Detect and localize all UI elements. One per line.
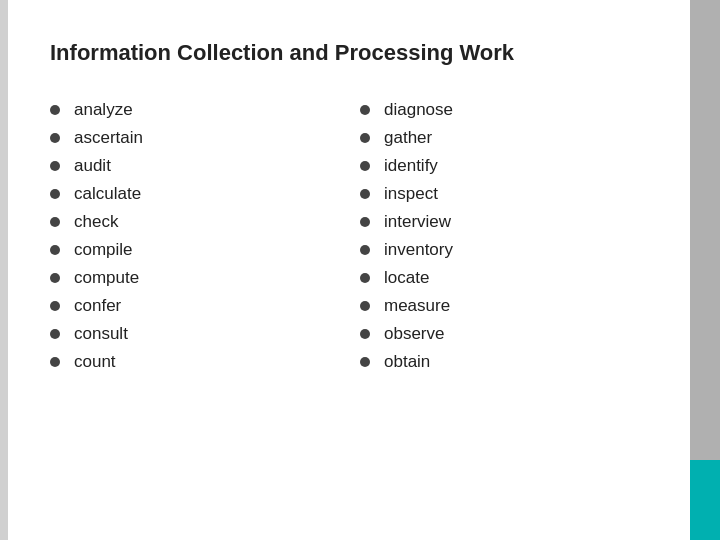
item-label: measure bbox=[384, 296, 450, 316]
list-item: inspect bbox=[360, 180, 670, 208]
item-label: identify bbox=[384, 156, 438, 176]
bullet-icon bbox=[50, 245, 60, 255]
right-column: diagnose gather identify inspect intervi… bbox=[360, 96, 670, 376]
item-label: compute bbox=[74, 268, 139, 288]
bullet-icon bbox=[360, 245, 370, 255]
list-item: analyze bbox=[50, 96, 360, 124]
bullet-icon bbox=[360, 161, 370, 171]
list-item: obtain bbox=[360, 348, 670, 376]
list-item: confer bbox=[50, 292, 360, 320]
item-label: confer bbox=[74, 296, 121, 316]
item-label: gather bbox=[384, 128, 432, 148]
list-item: consult bbox=[50, 320, 360, 348]
item-label: inventory bbox=[384, 240, 453, 260]
bullet-icon bbox=[50, 273, 60, 283]
list-item: observe bbox=[360, 320, 670, 348]
item-label: audit bbox=[74, 156, 111, 176]
right-decoration bbox=[690, 0, 720, 540]
list-item: compile bbox=[50, 236, 360, 264]
item-label: interview bbox=[384, 212, 451, 232]
bullet-icon bbox=[360, 301, 370, 311]
item-label: check bbox=[74, 212, 118, 232]
item-label: observe bbox=[384, 324, 444, 344]
list-item: ascertain bbox=[50, 124, 360, 152]
item-label: obtain bbox=[384, 352, 430, 372]
item-label: inspect bbox=[384, 184, 438, 204]
list-item: interview bbox=[360, 208, 670, 236]
bullet-icon bbox=[50, 133, 60, 143]
bullet-icon bbox=[50, 301, 60, 311]
bullet-icon bbox=[360, 189, 370, 199]
left-decoration bbox=[0, 0, 8, 540]
bullet-icon bbox=[50, 357, 60, 367]
content-area: analyze ascertain audit calculate check … bbox=[50, 96, 670, 376]
item-label: diagnose bbox=[384, 100, 453, 120]
bullet-icon bbox=[360, 217, 370, 227]
bullet-icon bbox=[50, 329, 60, 339]
teal-decoration bbox=[690, 460, 720, 540]
bullet-icon bbox=[50, 161, 60, 171]
item-label: calculate bbox=[74, 184, 141, 204]
list-item: identify bbox=[360, 152, 670, 180]
item-label: compile bbox=[74, 240, 133, 260]
bullet-icon bbox=[50, 105, 60, 115]
item-label: ascertain bbox=[74, 128, 143, 148]
bullet-icon bbox=[360, 329, 370, 339]
list-item: check bbox=[50, 208, 360, 236]
left-column: analyze ascertain audit calculate check … bbox=[50, 96, 360, 376]
bullet-icon bbox=[360, 105, 370, 115]
bullet-icon bbox=[50, 217, 60, 227]
bullet-icon bbox=[360, 357, 370, 367]
item-label: consult bbox=[74, 324, 128, 344]
list-item: audit bbox=[50, 152, 360, 180]
list-item: locate bbox=[360, 264, 670, 292]
bullet-icon bbox=[360, 133, 370, 143]
bullet-icon bbox=[360, 273, 370, 283]
list-item: diagnose bbox=[360, 96, 670, 124]
item-label: count bbox=[74, 352, 116, 372]
list-item: gather bbox=[360, 124, 670, 152]
list-item: calculate bbox=[50, 180, 360, 208]
list-item: compute bbox=[50, 264, 360, 292]
list-item: count bbox=[50, 348, 360, 376]
item-label: locate bbox=[384, 268, 429, 288]
item-label: analyze bbox=[74, 100, 133, 120]
bullet-icon bbox=[50, 189, 60, 199]
list-item: measure bbox=[360, 292, 670, 320]
slide-title: Information Collection and Processing Wo… bbox=[50, 40, 670, 66]
list-item: inventory bbox=[360, 236, 670, 264]
slide: Information Collection and Processing Wo… bbox=[0, 0, 720, 540]
